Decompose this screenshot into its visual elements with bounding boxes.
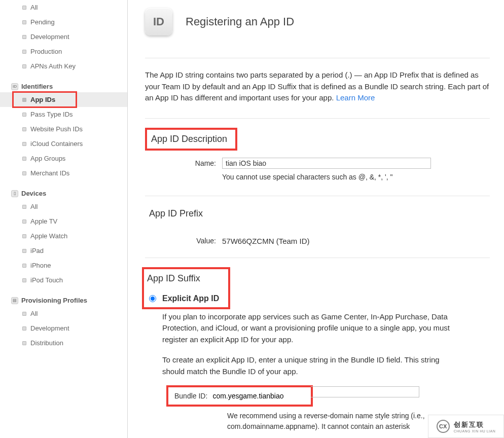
name-row: Name: <box>145 158 490 169</box>
bullet-icon <box>22 113 26 117</box>
sidebar-item-label: Pending <box>30 18 55 26</box>
sidebar-item-label: All <box>30 310 38 317</box>
sidebar-item-app-ids[interactable]: App IDs <box>0 92 127 107</box>
bullet-icon <box>22 278 26 282</box>
app-id-icon: ID <box>145 8 172 35</box>
section-heading-description: App ID Description <box>150 134 228 144</box>
section-heading-suffix: App ID Suffix <box>146 272 201 285</box>
divider <box>145 258 490 258</box>
page-title: Registering an App ID <box>186 15 294 28</box>
sidebar-item-label: App Groups <box>30 155 65 162</box>
explicit-description-1: If you plan to incorporate app services … <box>162 311 461 346</box>
sidebar-item-label: iPad <box>30 247 44 254</box>
intro-text: The App ID string contains two parts sep… <box>145 69 490 104</box>
sidebar-item-label: All <box>30 203 38 210</box>
watermark-en: CHUANG XIN HU LIAN <box>454 429 496 433</box>
watermark-cn: 创新互联 <box>454 420 496 429</box>
sidebar-item-icloud-containers[interactable]: iCloud Containers <box>0 136 127 151</box>
bullet-icon <box>22 249 26 253</box>
bundle-id-input-tail[interactable] <box>311 386 419 397</box>
main-content: ID Registering an App ID The App ID stri… <box>128 0 504 438</box>
divider <box>145 196 490 196</box>
sidebar-item-label: App IDs <box>30 96 55 103</box>
divider <box>145 58 490 58</box>
sidebar-item-apple-tv[interactable]: Apple TV <box>0 214 127 229</box>
sidebar-item-label: Apple TV <box>30 217 57 225</box>
device-icon: ▯ <box>11 190 18 197</box>
sidebar-group-devices: All Apple TV Apple Watch iPad iPhone iPo… <box>0 199 127 287</box>
sidebar-item-merchant-ids[interactable]: Merchant IDs <box>0 166 127 180</box>
bullet-icon <box>22 326 26 331</box>
sidebar-heading-label: Devices <box>21 190 46 197</box>
sidebar-item-profiles-distribution[interactable]: Distribution <box>0 336 127 350</box>
sidebar-item-label: Apple Watch <box>30 232 67 240</box>
id-badge-icon: ID <box>11 83 18 90</box>
bullet-icon <box>22 35 26 39</box>
intro-body: The App ID string contains two parts sep… <box>145 70 489 102</box>
bullet-icon <box>22 64 26 68</box>
prefix-value: 57W66QZCMN (Team ID) <box>222 235 310 245</box>
sidebar-heading-devices: ▯ Devices <box>0 188 127 199</box>
sidebar-item-label: iCloud Containers <box>30 140 83 148</box>
sidebar-item-label: Development <box>30 324 69 332</box>
bullet-icon <box>22 157 26 161</box>
sidebar: All Pending Development Production APNs … <box>0 0 128 438</box>
sidebar-item-all[interactable]: All <box>0 0 127 15</box>
sidebar-item-pass-type-ids[interactable]: Pass Type IDs <box>0 107 127 122</box>
sidebar-item-label: Production <box>30 48 62 55</box>
sidebar-heading-profiles: ▤ Provisioning Profiles <box>0 295 127 306</box>
sidebar-item-label: iPod Touch <box>30 276 63 284</box>
sidebar-item-label: Pass Type IDs <box>30 111 73 118</box>
bullet-icon <box>22 234 26 238</box>
explicit-app-id-radio[interactable] <box>149 295 156 302</box>
bundle-id-input[interactable] <box>212 390 307 402</box>
sidebar-heading-label: Identifiers <box>21 83 53 90</box>
sidebar-item-label: Distribution <box>30 339 63 347</box>
name-input[interactable] <box>222 158 431 169</box>
bullet-icon <box>22 142 26 146</box>
explicit-description-2: To create an explicit App ID, enter a un… <box>162 354 461 377</box>
bullet-icon <box>22 6 26 10</box>
sidebar-group-certificates: All Pending Development Production APNs … <box>0 0 127 74</box>
bullet-icon <box>22 20 26 24</box>
document-icon: ▤ <box>11 297 18 304</box>
bullet-icon <box>22 50 26 54</box>
sidebar-item-profiles-development[interactable]: Development <box>0 321 127 336</box>
section-heading-prefix: App ID Prefix <box>147 205 205 222</box>
sidebar-item-ipad[interactable]: iPad <box>0 243 127 258</box>
sidebar-item-apns-auth-key[interactable]: APNs Auth Key <box>0 59 127 74</box>
prefix-row: Value: 57W66QZCMN (Team ID) <box>145 235 490 245</box>
bullet-icon <box>22 205 26 209</box>
sidebar-item-iphone[interactable]: iPhone <box>0 258 127 273</box>
sidebar-item-production[interactable]: Production <box>0 44 127 59</box>
bullet-icon <box>22 127 26 131</box>
sidebar-item-devices-all[interactable]: All <box>0 199 127 214</box>
watermark-logo-icon: CX <box>437 420 450 433</box>
sidebar-item-label: Website Push IDs <box>30 125 83 133</box>
explicit-app-id-row: Explicit App ID <box>149 294 219 303</box>
explicit-app-id-label: Explicit App ID <box>162 294 219 303</box>
sidebar-heading-identifiers: ID Identifiers <box>0 81 127 92</box>
sidebar-item-label: APNs Auth Key <box>30 62 76 70</box>
bullet-icon <box>22 98 26 102</box>
sidebar-item-app-groups[interactable]: App Groups <box>0 151 127 166</box>
sidebar-item-label: iPhone <box>30 262 51 269</box>
name-label: Name: <box>145 158 216 167</box>
sidebar-item-development[interactable]: Development <box>0 29 127 44</box>
sidebar-item-label: Merchant IDs <box>30 169 69 177</box>
sidebar-item-website-push-ids[interactable]: Website Push IDs <box>0 122 127 136</box>
sidebar-group-identifiers: App IDs Pass Type IDs Website Push IDs i… <box>0 92 127 180</box>
prefix-value-label: Value: <box>145 235 216 245</box>
learn-more-link[interactable]: Learn More <box>336 93 375 102</box>
bundle-id-label: Bundle ID: <box>174 392 207 400</box>
bullet-icon <box>22 264 26 268</box>
sidebar-group-profiles: All Development Distribution <box>0 306 127 350</box>
sidebar-item-pending[interactable]: Pending <box>0 15 127 29</box>
sidebar-item-apple-watch[interactable]: Apple Watch <box>0 229 127 243</box>
sidebar-heading-label: Provisioning Profiles <box>21 297 87 304</box>
bullet-icon <box>22 312 26 316</box>
watermark-text: 创新互联 CHUANG XIN HU LIAN <box>454 420 496 433</box>
sidebar-item-ipod-touch[interactable]: iPod Touch <box>0 273 127 287</box>
sidebar-item-label: All <box>30 4 38 11</box>
sidebar-item-profiles-all[interactable]: All <box>0 306 127 321</box>
